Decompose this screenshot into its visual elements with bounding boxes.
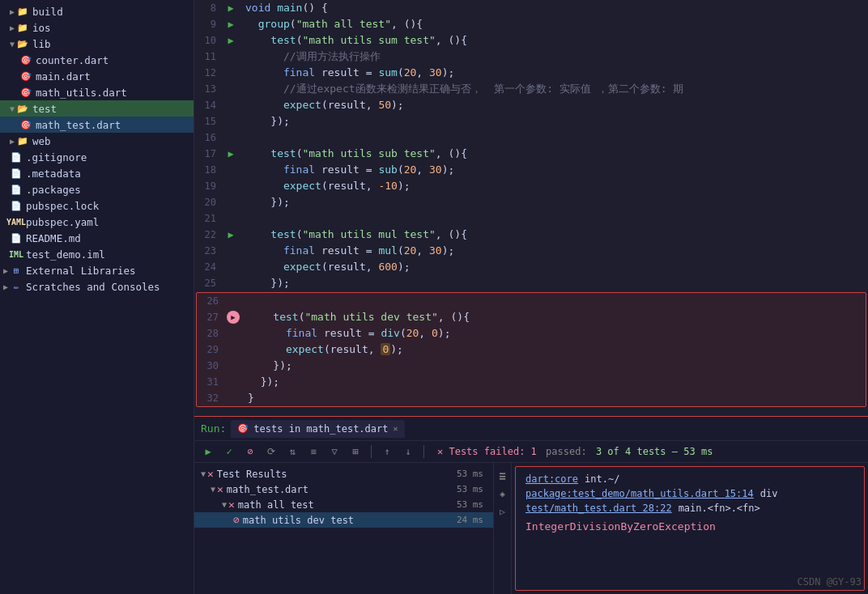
line-number: 17	[194, 148, 223, 159]
sidebar-item-pubspec-yaml[interactable]: YAML pubspec.yaml	[0, 214, 194, 230]
check-button[interactable]: ✓	[220, 443, 238, 460]
test-item-math-test-file[interactable]: ▼ ✕ math_test.dart 53 ms	[194, 482, 493, 497]
code-text: });	[241, 358, 292, 374]
sidebar-item-label: web	[32, 135, 51, 147]
trace-line-2: package:test_demo/math_utils.dart 15:14 …	[525, 488, 854, 499]
sidebar-item-pubspec-lock[interactable]: 📄 pubspec.lock	[0, 197, 194, 214]
sidebar-item-main-dart[interactable]: 🎯 main.dart	[0, 68, 194, 84]
arrow-icon: ▼	[10, 40, 15, 49]
sidebar-item-label: External Libraries	[26, 265, 135, 277]
toolbar-divider2	[423, 445, 424, 458]
sort2-button[interactable]: ≡	[304, 443, 322, 460]
line-number: 16	[194, 132, 223, 143]
trace-link-1[interactable]: dart:core	[525, 473, 578, 485]
gutter-run[interactable]: ▶	[223, 19, 239, 30]
sidebar-item-readme[interactable]: 📄 README.md	[0, 230, 194, 246]
arrow-icon: ▶	[3, 282, 8, 291]
test-item-results[interactable]: ▼ ✕ Test Results 53 ms	[194, 466, 493, 482]
next-fail-button[interactable]: ↓	[399, 443, 417, 460]
expand-button[interactable]: ⊞	[347, 443, 364, 460]
gutter-run[interactable]: ▶	[223, 35, 239, 46]
code-line-29: 29 expect(result, 0);	[197, 342, 866, 358]
code-text: test("math utils sub test", (){	[239, 146, 467, 162]
sidebar-item-label: lib	[32, 38, 51, 50]
code-container[interactable]: 8 ▶ void main() { 9 ▶ group("math all te…	[194, 0, 868, 416]
trace-link-2[interactable]: package:test_demo/math_utils.dart 15:14	[525, 488, 754, 499]
strip-icon-1[interactable]: ≡	[496, 469, 509, 482]
code-text: final result = sum(20, 30);	[239, 65, 454, 81]
sidebar-item-scratches[interactable]: ▶ ✏ Scratches and Consoles	[0, 278, 194, 295]
sidebar-item-label: .gitignore	[26, 151, 87, 163]
sidebar-item-label: Scratches and Consoles	[26, 281, 160, 293]
sidebar-item-metadata[interactable]: 📄 .metadata	[0, 165, 194, 181]
strip-icon-3[interactable]: ▷	[496, 505, 509, 518]
sort-button[interactable]: ⇅	[283, 443, 301, 460]
code-text: final result = div(20, 0);	[241, 325, 451, 342]
sidebar-item-gitignore[interactable]: 📄 .gitignore	[0, 149, 194, 165]
strip-icon-2[interactable]: ◈	[496, 487, 509, 500]
play-button[interactable]: ▶	[199, 443, 217, 460]
sidebar-item-counter-dart[interactable]: 🎯 counter.dart	[0, 52, 194, 68]
stop-button[interactable]: ⊘	[241, 443, 259, 460]
fail-icon: ✕	[207, 468, 214, 480]
sidebar-item-test-demo-iml[interactable]: IML test_demo.iml	[0, 246, 194, 262]
run-tab[interactable]: 🎯 tests in math_test.dart ✕	[231, 420, 404, 438]
test-time: 53 ms	[457, 484, 487, 494]
sidebar-item-label: test	[32, 103, 57, 115]
line-number: 20	[194, 197, 223, 208]
test-tree[interactable]: ▼ ✕ Test Results 53 ms ▼ ✕ math_test.dar…	[194, 463, 494, 594]
sidebar-item-math-test-dart[interactable]: 🎯 math_test.dart	[0, 117, 194, 133]
dart-file-icon: 🎯	[19, 118, 32, 131]
test-time: 53 ms	[457, 469, 487, 479]
line-number: 24	[194, 261, 223, 273]
code-text: expect(result, 50);	[239, 97, 404, 113]
test-item-math-utils-dev[interactable]: ⊘ math utils dev test 24 ms	[194, 512, 493, 528]
left-strip: ≡ ◈ ▷	[494, 463, 512, 594]
line-number: 22	[194, 229, 223, 240]
tab-close-button[interactable]: ✕	[393, 424, 398, 433]
sidebar-item-build[interactable]: ▶ 📁 build	[0, 3, 194, 19]
code-line-31: 31 });	[197, 374, 866, 390]
code-text: group("math all test", (){	[239, 16, 423, 32]
library-icon: ⊞	[10, 264, 23, 277]
watermark: CSDN @GY-93	[798, 576, 862, 588]
code-text: //调用方法执行操作	[239, 49, 381, 65]
sidebar-item-label: build	[32, 6, 63, 18]
test-item-label: Test Results	[217, 469, 287, 480]
line-number: 23	[194, 245, 223, 257]
sidebar-item-web[interactable]: ▶ 📁 web	[0, 133, 194, 149]
line-number: 12	[194, 67, 223, 78]
trace-loc-2: div	[760, 488, 778, 499]
rerun-button[interactable]: ⟳	[262, 443, 280, 460]
trace-loc-1: int.~/	[585, 473, 619, 485]
sidebar-item-lib[interactable]: ▼ 📂 lib	[0, 36, 194, 52]
sidebar-item-ios[interactable]: ▶ 📁 ios	[0, 19, 194, 36]
folder-icon: 📁	[16, 134, 29, 147]
file-icon: 📄	[10, 167, 23, 180]
trace-link-3[interactable]: test/math_test.dart 28:22	[525, 503, 672, 514]
gutter-run-fail[interactable]: ▶	[225, 311, 241, 324]
sidebar-item-math-utils-dart[interactable]: 🎯 math_utils.dart	[0, 84, 194, 100]
file-tree[interactable]: ▶ 📁 build ▶ 📁 ios ▼ 📂 lib 🎯 counter.dart…	[0, 0, 194, 594]
sidebar-item-external-libraries[interactable]: ▶ ⊞ External Libraries	[0, 262, 194, 278]
prev-fail-button[interactable]: ↑	[378, 443, 396, 460]
fail-icon: ✕	[217, 483, 223, 495]
run-tab-bar: Run: 🎯 tests in math_test.dart ✕	[194, 417, 868, 441]
code-text: test("math utils mul test", (){	[239, 227, 467, 243]
sidebar-item-test[interactable]: ▼ 📂 test	[0, 100, 194, 117]
gutter-run[interactable]: ▶	[223, 148, 239, 159]
code-line-26: 26	[197, 293, 866, 309]
gutter-run[interactable]: ▶	[223, 2, 239, 14]
scratch-icon: ✏	[10, 280, 23, 293]
filter-button[interactable]: ▽	[326, 443, 343, 460]
yaml-file-icon: YAML	[10, 215, 23, 228]
code-line-17: 17 ▶ test("math utils sub test", (){	[194, 146, 868, 162]
sidebar-item-packages[interactable]: 📄 .packages	[0, 181, 194, 197]
test-item-math-all-test[interactable]: ▼ ✕ math all test 53 ms	[194, 497, 493, 512]
line-number: 9	[194, 19, 223, 30]
fail-icon: ⊘	[233, 514, 240, 526]
gutter-run[interactable]: ▶	[223, 229, 239, 240]
file-icon: 📄	[10, 231, 23, 244]
run-toolbar: ▶ ✓ ⊘ ⟳ ⇅ ≡ ▽ ⊞ ↑ ↓ ✕ Tests failed: 1 pa…	[194, 441, 868, 463]
sidebar-item-label: math_utils.dart	[36, 87, 127, 99]
